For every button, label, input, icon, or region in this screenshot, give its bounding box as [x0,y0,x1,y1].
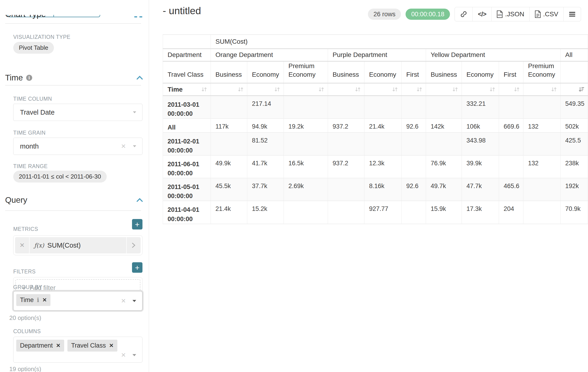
pivot-cell: 81.52 [247,133,284,155]
group-by-select[interactable]: Time i✕ ✕ [13,291,142,311]
pivot-cell: 17.3k [462,201,499,224]
remove-metric-icon[interactable]: ✕ [15,237,30,254]
sort-desc-icon[interactable] [578,86,585,93]
sort-icon[interactable] [489,86,495,93]
pivot-cell: 8.16k [364,178,402,201]
row-header: All [163,118,211,132]
pivot-table: SUM(Cost)DepartmentOrange DepartmentPurp… [163,34,588,224]
pivot-cell: 47.7k [462,178,499,201]
filters-label: FILTERS [13,268,36,275]
travel-class-header: Premium Economy [284,61,328,83]
sort-icon[interactable] [201,86,207,93]
time-section-header[interactable]: Time i [5,73,143,82]
add-filter-plus-button[interactable]: + [132,262,142,273]
caret-down-icon[interactable] [132,299,137,302]
travel-class-header [561,61,588,83]
department-group-header: Yellow Department [426,49,561,61]
pivot-cell: 217.14 [247,96,284,119]
pivot-cell [402,201,426,224]
time-grain-label: TIME GRAIN [13,130,46,136]
sort-icon[interactable] [355,86,361,93]
pivot-cell [402,133,426,155]
remove-tag-icon[interactable]: ✕ [42,297,47,303]
pivot-cell [364,133,402,155]
pivot-cell [523,96,561,119]
pivot-cell: 15.2k [247,201,284,224]
metric-pill[interactable]: ✕ ƒ(x) SUM(Cost) [15,237,141,254]
group-by-tag[interactable]: Time i✕ [16,294,51,306]
time-dim-header: Time [163,83,211,96]
sort-header-cell [247,83,284,96]
row-header: 2011-06-01 00:00:00 [163,155,211,178]
export-json-button[interactable]: </> .JSON [492,7,529,21]
pivot-cell: 117k [211,118,247,132]
sort-header-cell [561,83,588,96]
pivot-cell: 49.7k [426,178,462,201]
pivot-cell: 92.6 [402,118,426,132]
export-json-label: .JSON [505,11,524,18]
sort-icon[interactable] [514,86,520,93]
sort-icon[interactable] [551,86,557,93]
pivot-cell [426,96,462,119]
metric-expand-button[interactable] [126,237,141,254]
sort-icon[interactable] [392,86,398,93]
pivot-cell: 2.69k [284,178,328,201]
copy-link-button[interactable] [455,7,473,21]
caret-down-icon [133,145,137,148]
chevron-clipped-icon [134,16,137,17]
time-column-select[interactable]: Travel Date [13,104,142,121]
columns-select[interactable]: Department ✕Travel Class ✕ ✕ [13,337,142,363]
query-section-header[interactable]: Query [5,195,143,205]
pivot-cell: 465.6 [499,178,523,201]
pivot-cell: 132 [523,118,561,132]
travel-class-header: Premium Economy [523,61,561,83]
pivot-cell: 45.5k [211,178,247,201]
travel-class-dim-label: Travel Class [163,61,211,83]
section-divider [5,85,141,85]
metrics-control: ✕ ƒ(x) SUM(Cost) [13,235,142,255]
sort-icon[interactable] [274,86,280,93]
sort-header-cell [523,83,561,96]
clear-icon[interactable]: ✕ [121,143,133,150]
code-icon: </> [478,11,486,18]
query-section-title: Query [5,195,27,205]
chevron-up-icon[interactable] [136,75,143,80]
travel-class-header: Economy [247,61,284,83]
menu-button[interactable] [564,7,581,21]
pivot-cell [284,96,328,119]
export-csv-button[interactable]: .CSV [530,7,564,21]
columns-tag[interactable]: Department ✕ [16,340,64,351]
sort-icon[interactable] [238,86,244,93]
add-metric-button[interactable]: + [132,219,142,230]
sort-header-cell [211,83,247,96]
clear-icon[interactable]: ✕ [121,351,126,359]
export-csv-label: .CSV [543,11,558,18]
sort-icon[interactable] [452,86,458,93]
embed-code-button[interactable]: </> [473,7,492,21]
columns-tag[interactable]: Travel Class ✕ [67,340,117,351]
pivot-table-wrap: SUM(Cost)DepartmentOrange DepartmentPurp… [163,34,588,224]
time-column-label: TIME COLUMN [13,96,52,102]
pivot-cell: 132 [523,155,561,178]
fx-icon: ƒ(x) [34,242,44,249]
caret-down-icon[interactable] [132,354,137,357]
columns-label: COLUMNS [13,328,41,335]
sort-icon[interactable] [318,86,325,93]
chevron-up-icon[interactable] [136,198,143,202]
query-timer-badge: 00:00:00.18 [406,9,450,20]
remove-tag-icon[interactable]: ✕ [109,342,113,349]
pivot-cell: 937.2 [328,155,364,178]
sort-icon[interactable] [416,86,422,93]
pivot-cell: 669.6 [499,118,523,132]
clear-icon[interactable]: ✕ [121,297,126,305]
time-grain-select[interactable]: month ✕ [13,138,142,155]
pivot-cell: 192k [561,178,588,201]
pivot-cell [499,96,523,119]
chart-title[interactable]: - untitled [163,5,201,17]
pivot-cell: 15.9k [426,201,462,224]
remove-tag-icon[interactable]: ✕ [56,342,60,349]
pivot-cell: 19.2k [284,118,328,132]
row-count-badge: 26 rows [368,9,401,20]
time-range-pill[interactable]: 2011-01-01 ≤ col < 2011-06-30 [13,171,107,182]
visualization-type-pill[interactable]: Pivot Table [13,42,54,54]
